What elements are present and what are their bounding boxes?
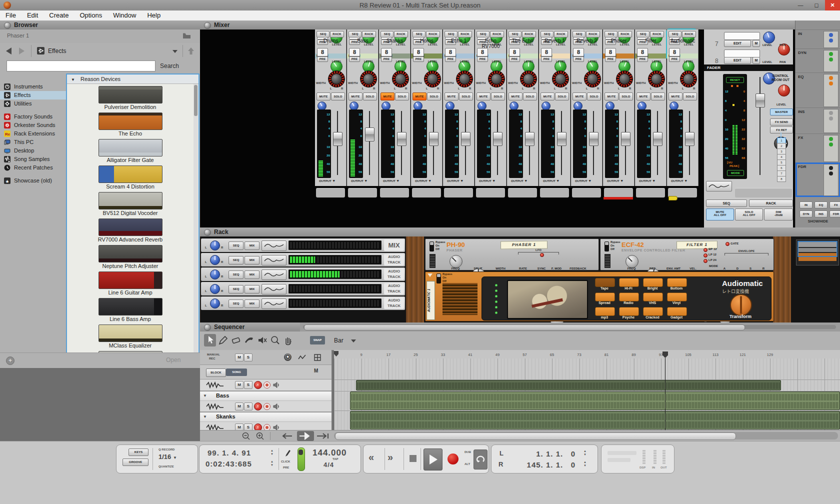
time-stepper[interactable]: ▲▼ (270, 460, 274, 467)
track-fold-arrow[interactable]: ▼ (203, 394, 207, 398)
channel-rack-button[interactable]: RACK (458, 31, 472, 38)
preset-gadget-button[interactable] (667, 307, 687, 316)
dim-button[interactable]: DIM-20dB (764, 208, 793, 220)
track-row-bass[interactable]: ▼ Bass M S ♬ (200, 392, 332, 412)
send-8-pre-button[interactable]: PRE (669, 56, 680, 62)
record-enable-badge[interactable]: ♬ (254, 402, 262, 410)
rack-pan-knob[interactable] (210, 270, 220, 280)
solo-button[interactable]: SOLO (459, 92, 473, 100)
solo-button[interactable]: SOLO (491, 92, 505, 100)
fx-return-7-name-field[interactable] (724, 32, 760, 40)
click-level-slider[interactable] (298, 448, 305, 471)
groove-button[interactable]: GROOVE (122, 458, 148, 466)
rack-mix-button[interactable]: MIX (244, 242, 260, 250)
forward-button[interactable] (19, 48, 24, 54)
master-seq-button[interactable]: SEQ (706, 200, 747, 207)
tempo-value[interactable]: 144.000 (312, 448, 346, 458)
mute-button[interactable]: MUTE (604, 92, 618, 100)
navigator-section-dyn[interactable]: DYN (796, 48, 840, 73)
navigator-section-fx[interactable]: FX (796, 134, 840, 163)
preset-bright-button[interactable] (643, 278, 663, 287)
quantize-value-dropdown[interactable]: 1/16 ▼ (158, 453, 177, 460)
mute-button[interactable]: MUTE (412, 92, 426, 100)
rack-graph-button[interactable] (262, 240, 286, 251)
rack-mix-button[interactable]: MIX (244, 285, 260, 294)
bus-select-8[interactable]: 8 (777, 176, 786, 182)
razor-tool[interactable] (243, 334, 255, 346)
output-selector[interactable]: OUTPUT ▼ (443, 179, 474, 182)
output-selector[interactable]: OUTPUT ▼ (603, 179, 634, 182)
output-selector[interactable]: OUTPUT ▼ (411, 179, 442, 182)
mute-button[interactable]: MUTE (572, 92, 586, 100)
browser-device-item[interactable]: Alligator Filter Gate (86, 139, 176, 163)
showhide-in-button[interactable]: IN (800, 202, 812, 208)
position-stepper[interactable]: ▲▼ (270, 449, 274, 456)
rack-track-row[interactable]: LR SEQ MIX AUDIOTRACK (201, 253, 405, 266)
speaker-icon[interactable] (273, 403, 280, 410)
selection-tool[interactable] (204, 334, 216, 346)
new-track-button[interactable]: ⦿ (284, 354, 292, 361)
rack-track-row[interactable]: LR SEQ MIX AUDIOTRACK (201, 296, 405, 310)
audio-clip-skanks[interactable] (350, 411, 840, 430)
showhide-dyn-button[interactable]: DYN (800, 210, 812, 218)
rack-track-row[interactable]: LR SEQ MIX MIX (201, 238, 405, 252)
showhide-ins-button[interactable]: INS (814, 210, 828, 218)
channel-rack-button[interactable]: RACK (650, 31, 664, 38)
rack-seq-button[interactable]: SEQ (228, 285, 244, 294)
grid-icon[interactable] (314, 354, 321, 361)
mute-button[interactable]: MUTE (476, 92, 490, 100)
preset-hi-fi-button[interactable] (619, 278, 639, 287)
channel-seq-button[interactable]: SEQ (380, 31, 394, 38)
bar-ruler[interactable]: 91725334149576573818997105113121129 (334, 350, 840, 359)
keys-button[interactable]: KEYS (128, 448, 148, 456)
channel-fader-handle[interactable] (493, 132, 502, 146)
channel-seq-button[interactable]: SEQ (668, 31, 682, 38)
zoom-out-icon[interactable] (242, 432, 250, 440)
mute-button[interactable]: MUTE (348, 92, 362, 100)
search-input[interactable] (6, 60, 156, 72)
pan-knob[interactable] (584, 70, 601, 88)
output-selector[interactable]: OUTPUT ▼ (347, 179, 378, 182)
send-8-pre-button[interactable]: PRE (637, 56, 648, 62)
channel-seq-button[interactable]: SEQ (348, 31, 362, 38)
folder-icon[interactable] (182, 32, 191, 39)
location-dropdown-value[interactable]: Effects (48, 48, 66, 54)
channel-rack-button[interactable]: RACK (330, 31, 344, 38)
browser-device-item[interactable]: Line 6 Bass Amp (86, 298, 176, 322)
loop-left-value[interactable]: 1. 1. 1. 0 (512, 450, 576, 458)
channel-rack-button[interactable]: RACK (554, 31, 568, 38)
rack-pan-knob[interactable] (210, 298, 220, 308)
browser-device-item[interactable]: Scream 4 Distortion (86, 166, 176, 190)
browser-device-item[interactable]: MClass Equalizer (86, 324, 176, 348)
rack-pan-knob[interactable] (210, 255, 220, 265)
rack-graph-button[interactable] (262, 270, 286, 280)
output-selector[interactable]: OUTPUT ▼ (571, 179, 602, 182)
solo-button[interactable]: SOLO (427, 92, 441, 100)
pan-knob[interactable] (360, 70, 377, 88)
click-pencil-icon[interactable] (284, 448, 290, 458)
magnify-tool[interactable] (269, 334, 281, 346)
hand-tool[interactable] (282, 334, 294, 346)
rack-track-row[interactable]: LR SEQ MIX AUDIOTRACK (201, 268, 405, 281)
mute-tool[interactable] (256, 334, 268, 346)
navigator-section-ins[interactable]: INS (796, 108, 840, 134)
search-button[interactable]: Search (160, 62, 179, 70)
channel-seq-button[interactable]: SEQ (316, 31, 330, 38)
solo-button[interactable]: SOLO (555, 92, 569, 100)
scroll-to-end-icon[interactable] (316, 433, 329, 439)
master-fader-handle[interactable] (756, 94, 765, 108)
channel-fader-handle[interactable] (461, 132, 470, 146)
sequencer-hscrollbar[interactable] (334, 432, 838, 440)
channel-seq-button[interactable]: SEQ (476, 31, 490, 38)
solo-button[interactable]: SOLO (619, 92, 633, 100)
rewind-button[interactable]: « (368, 452, 374, 463)
navigator-section-in[interactable]: IN (796, 30, 840, 49)
loop-button[interactable] (474, 450, 488, 470)
pan-knob[interactable] (488, 70, 505, 88)
menu-options[interactable]: Options (74, 10, 108, 20)
automation-icon[interactable] (298, 354, 306, 361)
snap-toggle[interactable]: SNAP (310, 336, 325, 344)
pan-knob[interactable] (424, 70, 441, 88)
solo-all-off-button[interactable]: SOLOALL OFF (735, 208, 763, 220)
sidebar-item-utilities[interactable]: Utilities (0, 100, 66, 108)
